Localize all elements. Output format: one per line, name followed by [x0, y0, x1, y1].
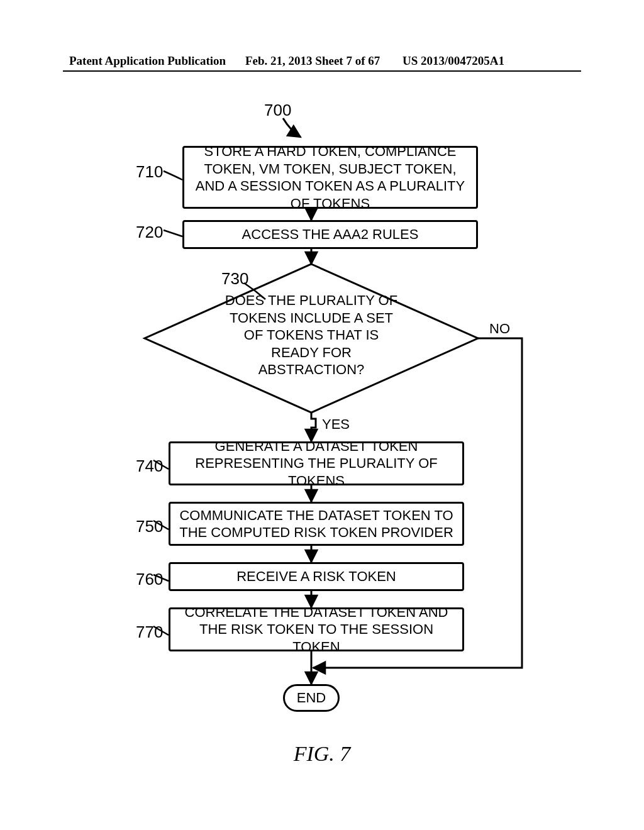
figure-number: 700 [264, 101, 291, 120]
step-730: DOES THE PLURALITY OF TOKENS INCLUDE A S… [220, 292, 402, 379]
ref-720: 720 [136, 223, 163, 242]
branch-no: NO [489, 321, 510, 337]
header-right: US 2013/0047205A1 [402, 54, 504, 68]
step-760: RECEIVE A RISK TOKEN [169, 562, 464, 591]
ref-750: 750 [136, 517, 163, 536]
step-770: CORRELATE THE DATASET TOKEN AND THE RISK… [169, 607, 464, 651]
figure-caption: FIG. 7 [0, 742, 644, 766]
ref-710: 710 [136, 162, 163, 182]
step-750: COMMUNICATE THE DATASET TOKEN TO THE COM… [169, 502, 464, 546]
ref-760: 760 [136, 570, 163, 589]
flowchart: 700 [0, 94, 644, 748]
ref-740: 740 [136, 456, 163, 476]
end-terminator: END [283, 684, 340, 712]
header-left: Patent Application Publication [69, 54, 226, 68]
step-740: GENERATE A DATASET TOKEN REPRESENTING TH… [169, 441, 464, 485]
step-710: STORE A HARD TOKEN, COMPLIANCE TOKEN, VM… [182, 146, 478, 209]
step-720: ACCESS THE AAA2 RULES [182, 220, 478, 249]
branch-yes: YES [322, 416, 350, 433]
header-rule [63, 70, 581, 72]
page: Patent Application Publication Feb. 21, … [0, 0, 644, 830]
ref-730: 730 [221, 269, 248, 289]
header-mid: Feb. 21, 2013 Sheet 7 of 67 [245, 54, 380, 68]
ref-770: 770 [136, 622, 163, 642]
